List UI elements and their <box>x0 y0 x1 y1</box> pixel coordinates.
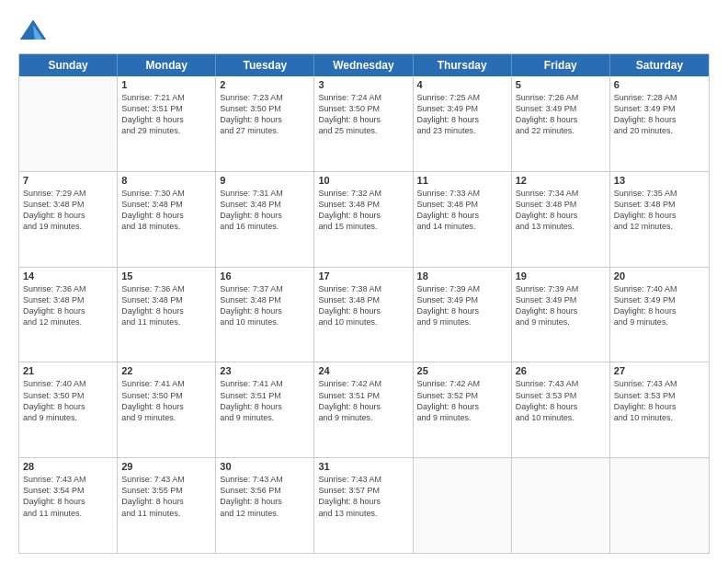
cell-line: Daylight: 8 hours <box>516 210 606 221</box>
day-number: 6 <box>614 79 705 90</box>
cell-line: Sunrise: 7:39 AM <box>516 283 606 294</box>
day-number: 18 <box>417 270 507 282</box>
calendar-cell: 2Sunrise: 7:23 AMSunset: 3:50 PMDaylight… <box>216 76 314 171</box>
cell-line: Sunrise: 7:36 AM <box>23 283 113 294</box>
cell-line: Sunset: 3:54 PM <box>23 485 113 496</box>
day-number: 2 <box>220 79 310 90</box>
calendar-cell: 22Sunrise: 7:41 AMSunset: 3:50 PMDayligh… <box>118 362 216 457</box>
cell-line: and 11 minutes. <box>23 508 113 519</box>
cell-line: and 14 minutes. <box>417 221 507 232</box>
cell-line: Daylight: 8 hours <box>23 210 113 221</box>
cell-line: Sunset: 3:50 PM <box>121 390 211 401</box>
cell-line: Sunset: 3:48 PM <box>121 294 211 305</box>
cell-line: and 13 minutes. <box>516 221 606 232</box>
cell-line: Daylight: 8 hours <box>121 305 211 316</box>
cell-line: Daylight: 8 hours <box>121 496 211 507</box>
header <box>18 17 710 46</box>
calendar-row-1: 7Sunrise: 7:29 AMSunset: 3:48 PMDaylight… <box>19 171 709 267</box>
cell-line: Sunset: 3:50 PM <box>318 103 408 114</box>
cell-line: Daylight: 8 hours <box>220 210 310 221</box>
cell-line: Sunset: 3:49 PM <box>614 294 705 305</box>
logo-icon <box>18 17 48 46</box>
cell-line: Daylight: 8 hours <box>614 114 705 125</box>
cell-line: Daylight: 8 hours <box>318 305 408 316</box>
calendar-cell: 21Sunrise: 7:40 AMSunset: 3:50 PMDayligh… <box>19 362 118 457</box>
day-number: 25 <box>417 365 507 376</box>
cell-line: Daylight: 8 hours <box>318 114 408 125</box>
day-number: 8 <box>121 175 211 186</box>
calendar-row-0: 1Sunrise: 7:21 AMSunset: 3:51 PMDaylight… <box>19 76 709 171</box>
day-number: 22 <box>121 365 211 376</box>
cell-line: Sunset: 3:48 PM <box>121 199 211 210</box>
cell-line: and 9 minutes. <box>417 316 507 327</box>
cell-line: Daylight: 8 hours <box>417 401 507 412</box>
cell-line: Sunset: 3:48 PM <box>417 199 507 210</box>
calendar-cell: 25Sunrise: 7:42 AMSunset: 3:52 PMDayligh… <box>414 362 512 457</box>
cell-line: Sunrise: 7:43 AM <box>121 474 211 485</box>
day-number: 19 <box>516 270 606 282</box>
cell-line: Daylight: 8 hours <box>220 305 310 316</box>
cell-line: and 12 minutes. <box>614 221 705 232</box>
cell-line: Sunrise: 7:34 AM <box>516 188 606 199</box>
calendar-cell: 3Sunrise: 7:24 AMSunset: 3:50 PMDaylight… <box>314 76 413 171</box>
cell-line: and 12 minutes. <box>23 316 113 327</box>
cell-line: Sunset: 3:52 PM <box>417 390 507 401</box>
cell-line: Sunset: 3:48 PM <box>23 294 113 305</box>
calendar-header: SundayMondayTuesdayWednesdayThursdayFrid… <box>19 54 709 76</box>
calendar-cell <box>414 458 512 553</box>
cell-line: Daylight: 8 hours <box>516 305 606 316</box>
cell-line: Sunset: 3:48 PM <box>614 199 705 210</box>
header-day-tuesday: Tuesday <box>216 54 314 76</box>
calendar-cell <box>610 458 709 553</box>
calendar-cell: 20Sunrise: 7:40 AMSunset: 3:49 PMDayligh… <box>610 268 709 362</box>
day-number: 29 <box>121 461 211 472</box>
cell-line: Daylight: 8 hours <box>417 305 507 316</box>
cell-line: Sunset: 3:48 PM <box>220 199 310 210</box>
day-number: 16 <box>220 270 310 282</box>
cell-line: Sunrise: 7:43 AM <box>318 474 408 485</box>
day-number: 31 <box>318 461 408 472</box>
cell-line: Sunset: 3:49 PM <box>417 294 507 305</box>
cell-line: Sunset: 3:48 PM <box>318 199 408 210</box>
day-number: 1 <box>121 79 211 90</box>
cell-line: and 23 minutes. <box>417 125 507 136</box>
cell-line: and 9 minutes. <box>318 412 408 423</box>
page: SundayMondayTuesdayWednesdayThursdayFrid… <box>0 0 728 563</box>
calendar-cell: 29Sunrise: 7:43 AMSunset: 3:55 PMDayligh… <box>118 458 216 553</box>
cell-line: and 10 minutes. <box>318 316 408 327</box>
cell-line: and 20 minutes. <box>614 125 705 136</box>
day-number: 17 <box>318 270 408 282</box>
cell-line: Daylight: 8 hours <box>516 401 606 412</box>
cell-line: Sunrise: 7:41 AM <box>220 378 310 389</box>
cell-line: Sunrise: 7:42 AM <box>318 378 408 389</box>
cell-line: Sunset: 3:50 PM <box>23 390 113 401</box>
calendar-cell: 24Sunrise: 7:42 AMSunset: 3:51 PMDayligh… <box>314 362 413 457</box>
cell-line: and 11 minutes. <box>121 316 211 327</box>
calendar-cell: 26Sunrise: 7:43 AMSunset: 3:53 PMDayligh… <box>512 362 610 457</box>
cell-line: Sunrise: 7:26 AM <box>516 92 606 103</box>
cell-line: Daylight: 8 hours <box>121 401 211 412</box>
cell-line: Sunset: 3:50 PM <box>220 103 310 114</box>
calendar-cell: 5Sunrise: 7:26 AMSunset: 3:49 PMDaylight… <box>512 76 610 171</box>
header-day-sunday: Sunday <box>19 54 118 76</box>
cell-line: and 9 minutes. <box>121 412 211 423</box>
cell-line: Sunrise: 7:21 AM <box>121 92 211 103</box>
day-number: 28 <box>23 461 113 472</box>
day-number: 23 <box>220 365 310 376</box>
cell-line: Sunrise: 7:31 AM <box>220 188 310 199</box>
calendar-cell: 1Sunrise: 7:21 AMSunset: 3:51 PMDaylight… <box>118 76 216 171</box>
calendar-row-2: 14Sunrise: 7:36 AMSunset: 3:48 PMDayligh… <box>19 267 709 362</box>
calendar-body: 1Sunrise: 7:21 AMSunset: 3:51 PMDaylight… <box>19 76 709 553</box>
cell-line: and 9 minutes. <box>614 316 705 327</box>
calendar-cell: 18Sunrise: 7:39 AMSunset: 3:49 PMDayligh… <box>414 268 512 362</box>
cell-line: Sunrise: 7:33 AM <box>417 188 507 199</box>
cell-line: Sunset: 3:48 PM <box>220 294 310 305</box>
header-day-monday: Monday <box>118 54 216 76</box>
calendar-row-3: 21Sunrise: 7:40 AMSunset: 3:50 PMDayligh… <box>19 362 709 457</box>
calendar-cell <box>512 458 610 553</box>
cell-line: Sunrise: 7:43 AM <box>614 378 705 389</box>
cell-line: Sunset: 3:55 PM <box>121 485 211 496</box>
cell-line: and 27 minutes. <box>220 125 310 136</box>
day-number: 3 <box>318 79 408 90</box>
day-number: 30 <box>220 461 310 472</box>
